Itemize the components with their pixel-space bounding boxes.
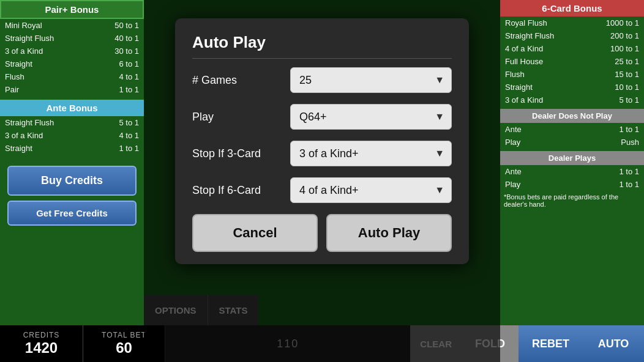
hand-label: 3 of a Kind: [0, 129, 95, 142]
play-select-wrapper: Q64+ Always Never ▼: [290, 104, 452, 130]
stop3-row: Stop If 3-Card Never Pair+ 3 of a Kind+ …: [192, 141, 452, 166]
six-card-bonus-header: 6-Card Bonus: [500, 0, 644, 17]
payout-label: 40 to 1: [91, 32, 144, 45]
list-item: Straight Flush 200 to 1: [500, 29, 644, 42]
payout-label: 1 to 1: [567, 165, 644, 178]
buy-credits-button[interactable]: Buy Credits: [7, 166, 137, 196]
hand-label: Straight: [500, 81, 583, 94]
credits-value: 1420: [25, 339, 58, 356]
stop3-select-wrapper: Never Pair+ 3 of a Kind+ Straight+ ▼: [290, 141, 452, 166]
payout-label: Push: [567, 136, 644, 149]
payout-label: 30 to 1: [91, 45, 144, 57]
list-item: Royal Flush 1000 to 1: [500, 17, 644, 29]
payout-label: 6 to 1: [91, 57, 144, 70]
total-bet-label: TOTAL BET: [102, 331, 146, 339]
pair-bonus-table: Mini Royal 50 to 1 Straight Flush 40 to …: [0, 19, 144, 96]
payout-label: 4 to 1: [95, 129, 144, 142]
list-item: Full House 25 to 1: [500, 55, 644, 68]
stop6-row: Stop If 6-Card Never 3 of a Kind+ 4 of a…: [192, 177, 452, 203]
hand-label: Flush: [500, 68, 583, 81]
credits-label: CREDITS: [23, 331, 60, 339]
games-select-wrapper: 5 25 10 50 100 Infinite ▼: [290, 67, 452, 93]
play-select[interactable]: Q64+ Always Never: [290, 104, 452, 130]
ante-bonus-table: Straight Flush 5 to 1 3 of a Kind 4 to 1…: [0, 116, 144, 155]
payout-label: 1 to 1: [567, 123, 644, 136]
play-label: Play: [192, 111, 290, 124]
pair-bonus-header: Pair+ Bonus: [0, 0, 144, 19]
hand-label: Ante: [500, 165, 567, 178]
list-item: Flush 4 to 1: [0, 70, 144, 83]
autoplay-confirm-button[interactable]: Auto Play: [326, 214, 452, 252]
list-item: 3 of a Kind 30 to 1: [0, 45, 144, 57]
list-item: 4 of a Kind 100 to 1: [500, 42, 644, 55]
payout-label: 4 to 1: [91, 70, 144, 83]
cancel-button[interactable]: Cancel: [192, 214, 318, 252]
payout-label: 15 to 1: [583, 68, 644, 81]
payout-label: 5 to 1: [583, 94, 644, 106]
stop3-select[interactable]: Never Pair+ 3 of a Kind+ Straight+: [290, 141, 452, 166]
dealer-not-play-header: Dealer Does Not Play: [500, 109, 644, 123]
list-item: Straight 1 to 1: [0, 142, 144, 155]
total-bet-value: 60: [116, 339, 132, 356]
payout-label: 1 to 1: [567, 178, 644, 191]
games-select[interactable]: 5 25 10 50 100 Infinite: [290, 67, 452, 93]
autoplay-modal: Auto Play # Games 5 25 10 50 100 Infinit…: [175, 18, 469, 264]
payout-label: 1 to 1: [91, 83, 144, 96]
hand-label: Play: [500, 136, 567, 149]
list-item: Pair 1 to 1: [0, 83, 144, 96]
list-item: Play 1 to 1: [500, 178, 644, 191]
payout-label: 50 to 1: [91, 19, 144, 32]
right-panel: 6-Card Bonus Royal Flush 1000 to 1 Strai…: [500, 0, 644, 362]
modal-overlay: Auto Play # Games 5 25 10 50 100 Infinit…: [144, 0, 500, 362]
hand-label: Straight Flush: [500, 29, 583, 42]
payout-label: 10 to 1: [583, 81, 644, 94]
payout-label: 5 to 1: [95, 116, 144, 129]
payout-label: 100 to 1: [583, 42, 644, 55]
rebet-button[interactable]: REBET: [519, 325, 583, 362]
hand-label: 4 of a Kind: [500, 42, 583, 55]
list-item: Straight 10 to 1: [500, 81, 644, 94]
dealer-plays-table: Ante 1 to 1 Play 1 to 1: [500, 165, 644, 191]
list-item: Flush 15 to 1: [500, 68, 644, 81]
games-label: # Games: [192, 74, 290, 87]
play-row: Play Q64+ Always Never ▼: [192, 104, 452, 130]
hand-label: Ante: [500, 123, 567, 136]
list-item: Play Push: [500, 136, 644, 149]
hand-label: Straight: [0, 57, 91, 70]
hand-label: 3 of a Kind: [500, 94, 583, 106]
hand-label: Mini Royal: [0, 19, 91, 32]
left-panel: Pair+ Bonus Mini Royal 50 to 1 Straight …: [0, 0, 144, 362]
credits-display: CREDITS 1420: [0, 325, 83, 362]
list-item: Straight 6 to 1: [0, 57, 144, 70]
modal-buttons: Cancel Auto Play: [192, 214, 452, 252]
hand-label: Full House: [500, 55, 583, 68]
hand-label: Straight: [0, 142, 95, 155]
hand-label: Play: [500, 178, 567, 191]
dealer-note: *Bonus bets are paid regardless of the d…: [500, 191, 644, 210]
dealer-plays-header: Dealer Plays: [500, 151, 644, 165]
list-item: 3 of a Kind 5 to 1: [500, 94, 644, 106]
hand-label: Straight Flush: [0, 116, 95, 129]
hand-label: 3 of a Kind: [0, 45, 91, 57]
dealer-not-play-table: Ante 1 to 1 Play Push: [500, 123, 644, 149]
list-item: Straight Flush 40 to 1: [0, 32, 144, 45]
stop6-label: Stop If 6-Card: [192, 184, 290, 197]
list-item: Straight Flush 5 to 1: [0, 116, 144, 129]
payout-label: 200 to 1: [583, 29, 644, 42]
auto-button[interactable]: AUTO: [583, 325, 644, 362]
hand-label: Flush: [0, 70, 91, 83]
hand-label: Straight Flush: [0, 32, 91, 45]
list-item: 3 of a Kind 4 to 1: [0, 129, 144, 142]
list-item: Mini Royal 50 to 1: [0, 19, 144, 32]
get-free-credits-button[interactable]: Get Free Credits: [7, 201, 137, 226]
list-item: Ante 1 to 1: [500, 165, 644, 178]
stop6-select[interactable]: Never 3 of a Kind+ 4 of a Kind+ Flush+: [290, 177, 452, 203]
payout-label: 25 to 1: [583, 55, 644, 68]
ante-bonus-header: Ante Bonus: [0, 100, 144, 116]
hand-label: Pair: [0, 83, 91, 96]
modal-title: Auto Play: [192, 33, 452, 59]
list-item: Ante 1 to 1: [500, 123, 644, 136]
stop3-label: Stop If 3-Card: [192, 147, 290, 160]
payout-label: 1 to 1: [95, 142, 144, 155]
six-card-bonus-table: Royal Flush 1000 to 1 Straight Flush 200…: [500, 17, 644, 106]
